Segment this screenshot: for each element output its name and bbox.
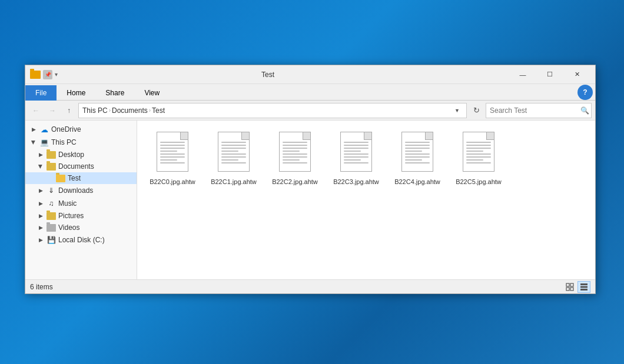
documents-folder-icon [47, 163, 56, 171]
maximize-button[interactable]: ☐ [536, 65, 563, 84]
sidebar-label-desktop: Desktop [58, 151, 84, 159]
breadcrumb-documents[interactable]: Documents [112, 106, 148, 115]
sidebar-label-music: Music [58, 199, 77, 208]
svg-rect-1 [570, 283, 573, 286]
breadcrumb-bar[interactable]: This PC › Documents › Test ▼ [78, 103, 467, 118]
view-list-button[interactable] [577, 281, 590, 293]
forward-button[interactable]: → [45, 103, 59, 118]
sidebar-item-localdisk[interactable]: ▶ 💾 Local Disk (C:) [25, 233, 137, 246]
sidebar-label-documents: Documents [58, 162, 94, 171]
doc-page-4 [401, 132, 433, 172]
localdisk-expand-arrow: ▶ [37, 236, 44, 243]
downloads-icon: ⇓ [47, 186, 56, 195]
title-bar: 📌 ▾ Test — ☐ ✕ [25, 65, 595, 84]
onedrive-expand-arrow: ▶ [30, 126, 37, 133]
sidebar-item-desktop[interactable]: ▶ Desktop [25, 149, 137, 161]
doc-lines-5 [466, 142, 491, 163]
svg-rect-2 [566, 288, 569, 290]
sidebar-item-music[interactable]: ▶ ♫ Music [25, 197, 137, 210]
desktop-expand-arrow: ▶ [37, 151, 44, 158]
music-icon: ♫ [47, 199, 56, 208]
file-item-4[interactable]: B22C4.jpg.ahtw [388, 126, 447, 191]
tab-file[interactable]: File [25, 85, 57, 101]
breadcrumb-thispc[interactable]: This PC [82, 106, 108, 115]
sidebar-label-pictures: Pictures [58, 212, 84, 220]
title-folder-icon [30, 71, 41, 79]
localdisk-icon: 💾 [47, 235, 56, 245]
breadcrumb-dropdown-arrow[interactable]: ▼ [454, 108, 463, 113]
back-button[interactable]: ← [29, 103, 43, 118]
file-name-4: B22C4.jpg.ahtw [394, 178, 440, 186]
videos-folder-icon [47, 224, 56, 232]
sidebar-item-downloads[interactable]: ▶ ⇓ Downloads [25, 184, 137, 197]
sidebar-item-videos[interactable]: ▶ Videos [25, 222, 137, 233]
sidebar: ▶ ☁ OneDrive ▶ 💻 This PC ▶ Desktop ▶ Doc… [25, 121, 137, 279]
sidebar-item-test[interactable]: ▶ Test [25, 172, 137, 184]
sidebar-label-thispc: This PC [51, 138, 77, 146]
search-icon[interactable]: 🔍 [580, 106, 589, 115]
sidebar-label-test: Test [68, 174, 81, 182]
tiles-icon [566, 283, 574, 291]
file-icon-0 [155, 132, 190, 175]
tab-home[interactable]: Home [57, 85, 95, 100]
file-icon-5 [461, 132, 496, 175]
file-item-1[interactable]: B22C1.jpg.ahtw [204, 126, 263, 191]
doc-lines-2 [283, 142, 307, 163]
view-tiles-button[interactable] [563, 281, 576, 293]
file-item-2[interactable]: B22C2.jpg.ahtw [265, 126, 324, 191]
downloads-expand-arrow: ▶ [37, 187, 44, 194]
window-title: Test [26, 71, 509, 79]
file-icon-4 [400, 132, 435, 175]
help-button[interactable]: ? [577, 85, 593, 100]
explorer-window: 📌 ▾ Test — ☐ ✕ File Home Share View ? ← … [25, 65, 596, 294]
breadcrumb-test[interactable]: Test [152, 106, 165, 115]
sidebar-item-thispc[interactable]: ▶ 💻 This PC [25, 136, 137, 149]
view-controls [563, 281, 590, 293]
doc-lines-3 [344, 142, 369, 163]
search-input[interactable] [490, 106, 578, 115]
svg-rect-0 [566, 283, 569, 286]
test-folder-icon [56, 175, 65, 182]
file-item-0[interactable]: B22C0.jpg.ahtw [143, 126, 202, 191]
tab-view[interactable]: View [134, 85, 170, 100]
tab-share[interactable]: Share [95, 85, 134, 100]
up-button[interactable]: ↑ [62, 103, 76, 118]
file-icon-3 [338, 132, 374, 175]
documents-expand-arrow: ▶ [37, 163, 44, 170]
sidebar-item-onedrive[interactable]: ▶ ☁ OneDrive [25, 123, 137, 136]
thispc-icon: 💻 [39, 138, 49, 147]
file-name-1: B22C1.jpg.ahtw [211, 178, 257, 186]
sidebar-item-pictures[interactable]: ▶ Pictures [25, 210, 137, 222]
status-bar: 6 items [25, 279, 595, 293]
file-item-5[interactable]: B22C5.jpg.ahtw [449, 126, 508, 191]
search-box[interactable]: 🔍 [486, 103, 592, 118]
thispc-expand-arrow: ▶ [30, 139, 37, 146]
list-icon [580, 283, 588, 291]
minimize-button[interactable]: — [509, 65, 536, 84]
sidebar-label-videos: Videos [58, 223, 79, 232]
close-button[interactable]: ✕ [563, 65, 590, 84]
file-name-0: B22C0.jpg.ahtw [150, 178, 195, 186]
sidebar-label-downloads: Downloads [58, 186, 93, 195]
svg-rect-3 [570, 288, 573, 290]
doc-lines-0 [160, 142, 185, 163]
doc-lines-4 [405, 142, 430, 163]
pictures-folder-icon [47, 212, 56, 220]
ribbon-tabs: File Home Share View ? [25, 84, 595, 101]
file-name-5: B22C5.jpg.ahtw [456, 178, 502, 186]
videos-expand-arrow: ▶ [37, 224, 44, 231]
onedrive-icon: ☁ [39, 125, 49, 134]
refresh-button[interactable]: ↻ [469, 103, 483, 118]
doc-lines-1 [221, 142, 246, 163]
doc-page-2 [279, 132, 311, 172]
breadcrumb-sep-1: › [109, 107, 111, 113]
content-area: ▶ ☁ OneDrive ▶ 💻 This PC ▶ Desktop ▶ Doc… [25, 121, 595, 279]
music-expand-arrow: ▶ [37, 200, 44, 207]
file-name-3: B22C3.jpg.ahtw [333, 178, 379, 186]
doc-page-5 [463, 132, 494, 172]
sidebar-item-documents[interactable]: ▶ Documents [25, 161, 137, 172]
file-item-3[interactable]: B22C3.jpg.ahtw [327, 126, 386, 191]
svg-rect-6 [580, 289, 588, 290]
address-bar: ← → ↑ This PC › Documents › Test ▼ ↻ 🔍 [25, 101, 595, 121]
file-icon-1 [216, 132, 251, 175]
